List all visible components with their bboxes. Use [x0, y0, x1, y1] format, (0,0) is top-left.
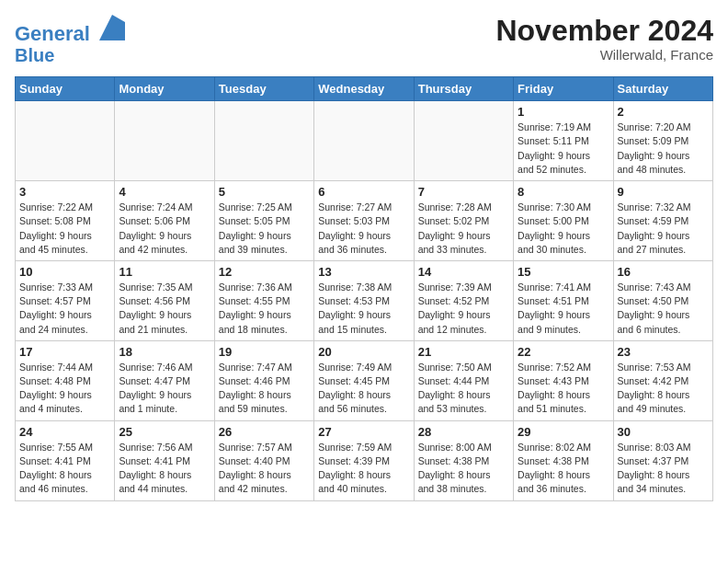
month-title: November 2024: [495, 15, 713, 47]
calendar-cell: [214, 101, 313, 181]
svg-marker-0: [99, 15, 125, 40]
page: General Blue November 2024 Willerwald, F…: [0, 0, 728, 509]
calendar-cell: 30Sunrise: 8:03 AM Sunset: 4:37 PM Dayli…: [613, 420, 712, 500]
calendar-cell: 28Sunrise: 8:00 AM Sunset: 4:38 PM Dayli…: [414, 420, 513, 500]
day-number: 9: [618, 185, 709, 199]
day-number: 6: [318, 185, 409, 199]
day-info: Sunrise: 7:49 AM Sunset: 4:45 PM Dayligh…: [318, 361, 409, 417]
calendar-cell: 5Sunrise: 7:25 AM Sunset: 5:05 PM Daylig…: [214, 181, 313, 261]
day-number: 17: [19, 345, 110, 359]
calendar-table: SundayMondayTuesdayWednesdayThursdayFrid…: [15, 76, 713, 500]
day-number: 14: [418, 265, 509, 279]
calendar-cell: 7Sunrise: 7:28 AM Sunset: 5:02 PM Daylig…: [414, 181, 513, 261]
calendar-cell: 8Sunrise: 7:30 AM Sunset: 5:00 PM Daylig…: [514, 181, 613, 261]
calendar-cell: 21Sunrise: 7:50 AM Sunset: 4:44 PM Dayli…: [414, 340, 513, 420]
day-number: 1: [518, 105, 609, 119]
day-info: Sunrise: 7:55 AM Sunset: 4:41 PM Dayligh…: [19, 441, 110, 497]
calendar-week-2: 10Sunrise: 7:33 AM Sunset: 4:57 PM Dayli…: [16, 260, 713, 340]
day-info: Sunrise: 8:03 AM Sunset: 4:37 PM Dayligh…: [618, 441, 709, 497]
weekday-header-thursday: Thursday: [414, 77, 513, 101]
calendar-cell: 17Sunrise: 7:44 AM Sunset: 4:48 PM Dayli…: [16, 340, 115, 420]
day-number: 21: [418, 345, 509, 359]
calendar-cell: 2Sunrise: 7:20 AM Sunset: 5:09 PM Daylig…: [613, 101, 712, 181]
calendar-cell: 24Sunrise: 7:55 AM Sunset: 4:41 PM Dayli…: [16, 420, 115, 500]
day-info: Sunrise: 7:27 AM Sunset: 5:03 PM Dayligh…: [318, 201, 409, 257]
calendar-cell: 3Sunrise: 7:22 AM Sunset: 5:08 PM Daylig…: [16, 181, 115, 261]
day-number: 27: [318, 425, 409, 439]
logo-general: General: [15, 22, 90, 45]
day-info: Sunrise: 7:46 AM Sunset: 4:47 PM Dayligh…: [119, 361, 210, 417]
day-info: Sunrise: 7:35 AM Sunset: 4:56 PM Dayligh…: [119, 281, 210, 337]
day-number: 12: [219, 265, 310, 279]
day-number: 18: [119, 345, 210, 359]
calendar-cell: 14Sunrise: 7:39 AM Sunset: 4:52 PM Dayli…: [414, 260, 513, 340]
day-info: Sunrise: 7:39 AM Sunset: 4:52 PM Dayligh…: [418, 281, 509, 337]
day-number: 4: [119, 185, 210, 199]
calendar-cell: [414, 101, 513, 181]
calendar-cell: 20Sunrise: 7:49 AM Sunset: 4:45 PM Dayli…: [314, 340, 414, 420]
day-info: Sunrise: 7:44 AM Sunset: 4:48 PM Dayligh…: [19, 361, 110, 417]
day-info: Sunrise: 7:57 AM Sunset: 4:40 PM Dayligh…: [219, 441, 310, 497]
day-info: Sunrise: 7:53 AM Sunset: 4:42 PM Dayligh…: [618, 361, 709, 417]
day-number: 10: [19, 265, 110, 279]
day-number: 7: [418, 185, 509, 199]
day-number: 28: [418, 425, 509, 439]
calendar-cell: 26Sunrise: 7:57 AM Sunset: 4:40 PM Dayli…: [214, 420, 313, 500]
day-info: Sunrise: 7:52 AM Sunset: 4:43 PM Dayligh…: [518, 361, 609, 417]
day-info: Sunrise: 7:24 AM Sunset: 5:06 PM Dayligh…: [119, 201, 210, 257]
weekday-header-sunday: Sunday: [16, 77, 115, 101]
title-block: November 2024 Willerwald, France: [495, 15, 713, 63]
day-info: Sunrise: 7:59 AM Sunset: 4:39 PM Dayligh…: [318, 441, 409, 497]
calendar-cell: 19Sunrise: 7:47 AM Sunset: 4:46 PM Dayli…: [214, 340, 313, 420]
day-number: 15: [518, 265, 609, 279]
day-number: 24: [19, 425, 110, 439]
logo: General Blue: [15, 15, 125, 65]
calendar-cell: 12Sunrise: 7:36 AM Sunset: 4:55 PM Dayli…: [214, 260, 313, 340]
location: Willerwald, France: [495, 47, 713, 63]
day-info: Sunrise: 7:41 AM Sunset: 4:51 PM Dayligh…: [518, 281, 609, 337]
day-info: Sunrise: 7:56 AM Sunset: 4:41 PM Dayligh…: [119, 441, 210, 497]
calendar-cell: 1Sunrise: 7:19 AM Sunset: 5:11 PM Daylig…: [514, 101, 613, 181]
day-number: 5: [219, 185, 310, 199]
logo-icon: [99, 15, 125, 40]
calendar-cell: [314, 101, 414, 181]
day-number: 16: [618, 265, 709, 279]
calendar-cell: 9Sunrise: 7:32 AM Sunset: 4:59 PM Daylig…: [613, 181, 712, 261]
day-number: 20: [318, 345, 409, 359]
weekday-header-monday: Monday: [115, 77, 214, 101]
day-info: Sunrise: 7:50 AM Sunset: 4:44 PM Dayligh…: [418, 361, 509, 417]
day-info: Sunrise: 7:28 AM Sunset: 5:02 PM Dayligh…: [418, 201, 509, 257]
day-number: 2: [618, 105, 709, 119]
day-info: Sunrise: 7:36 AM Sunset: 4:55 PM Dayligh…: [219, 281, 310, 337]
day-number: 3: [19, 185, 110, 199]
day-info: Sunrise: 7:20 AM Sunset: 5:09 PM Dayligh…: [618, 121, 709, 177]
calendar-week-3: 17Sunrise: 7:44 AM Sunset: 4:48 PM Dayli…: [16, 340, 713, 420]
day-info: Sunrise: 7:33 AM Sunset: 4:57 PM Dayligh…: [19, 281, 110, 337]
weekday-header-tuesday: Tuesday: [214, 77, 313, 101]
calendar-cell: 10Sunrise: 7:33 AM Sunset: 4:57 PM Dayli…: [16, 260, 115, 340]
day-info: Sunrise: 7:43 AM Sunset: 4:50 PM Dayligh…: [618, 281, 709, 337]
calendar-cell: 27Sunrise: 7:59 AM Sunset: 4:39 PM Dayli…: [314, 420, 414, 500]
header: General Blue November 2024 Willerwald, F…: [15, 15, 713, 65]
day-number: 13: [318, 265, 409, 279]
day-info: Sunrise: 7:19 AM Sunset: 5:11 PM Dayligh…: [518, 121, 609, 177]
day-number: 19: [219, 345, 310, 359]
day-info: Sunrise: 7:47 AM Sunset: 4:46 PM Dayligh…: [219, 361, 310, 417]
calendar-cell: 23Sunrise: 7:53 AM Sunset: 4:42 PM Dayli…: [613, 340, 712, 420]
day-info: Sunrise: 7:30 AM Sunset: 5:00 PM Dayligh…: [518, 201, 609, 257]
day-info: Sunrise: 7:32 AM Sunset: 4:59 PM Dayligh…: [618, 201, 709, 257]
weekday-header-friday: Friday: [514, 77, 613, 101]
weekday-header-saturday: Saturday: [613, 77, 712, 101]
calendar-cell: [115, 101, 214, 181]
calendar-header-row: SundayMondayTuesdayWednesdayThursdayFrid…: [16, 77, 713, 101]
calendar-cell: 4Sunrise: 7:24 AM Sunset: 5:06 PM Daylig…: [115, 181, 214, 261]
day-info: Sunrise: 8:02 AM Sunset: 4:38 PM Dayligh…: [518, 441, 609, 497]
calendar-cell: 29Sunrise: 8:02 AM Sunset: 4:38 PM Dayli…: [514, 420, 613, 500]
day-info: Sunrise: 7:38 AM Sunset: 4:53 PM Dayligh…: [318, 281, 409, 337]
day-number: 22: [518, 345, 609, 359]
day-number: 11: [119, 265, 210, 279]
calendar-cell: 15Sunrise: 7:41 AM Sunset: 4:51 PM Dayli…: [514, 260, 613, 340]
calendar-cell: [16, 101, 115, 181]
calendar-cell: 22Sunrise: 7:52 AM Sunset: 4:43 PM Dayli…: [514, 340, 613, 420]
day-number: 8: [518, 185, 609, 199]
